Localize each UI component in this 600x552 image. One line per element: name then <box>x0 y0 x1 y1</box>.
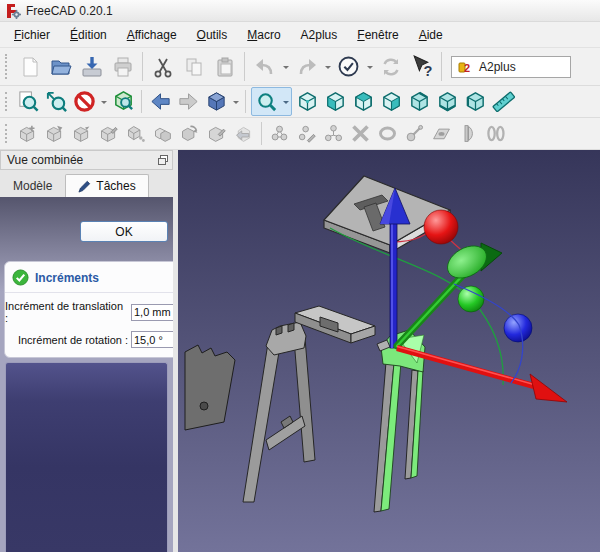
tab-modele[interactable]: Modèle <box>2 175 63 197</box>
toolbar-grip[interactable] <box>5 54 11 79</box>
toggle-transparency-button[interactable] <box>176 121 203 147</box>
toolbar-grip[interactable] <box>5 124 11 143</box>
isometric-cube-icon <box>205 90 228 113</box>
menu-fichier[interactable]: Fichier <box>4 24 60 46</box>
zoom-dropdown[interactable] <box>280 89 291 115</box>
toolbar-standard: ? 2 A2plus <box>0 48 600 86</box>
menu-macro[interactable]: Macro <box>237 24 290 46</box>
clipping-dropdown[interactable] <box>98 89 109 115</box>
workbench-selector[interactable]: 2 A2plus <box>451 56 571 78</box>
nav-forward-button[interactable] <box>174 89 202 115</box>
whats-this-button[interactable]: ? <box>406 52 437 82</box>
redo-dropdown[interactable] <box>322 54 333 80</box>
dragger-sphere-red <box>424 210 458 244</box>
undo-arrow-icon <box>253 55 277 79</box>
top-view-button[interactable] <box>349 89 377 115</box>
ok-button[interactable]: OK <box>80 221 168 242</box>
axes-parallel-constraint-button[interactable] <box>482 121 509 147</box>
constraint-tree-button[interactable] <box>320 121 347 147</box>
check-circle-icon <box>336 54 361 79</box>
workbench-selector-value: A2plus <box>479 60 516 74</box>
zoom-tool-group <box>251 87 292 116</box>
menu-outils[interactable]: Outils <box>187 24 238 46</box>
duplicate-part-button[interactable] <box>149 121 176 147</box>
increments-card: Incréments Incrément de translation : In… <box>4 261 173 358</box>
translation-increment-input[interactable] <box>131 304 173 321</box>
measure-button[interactable] <box>489 89 517 115</box>
import-part-button[interactable] <box>68 121 95 147</box>
task-panel-empty-area <box>5 362 168 552</box>
check-circle-button[interactable] <box>333 52 364 82</box>
copy-button[interactable] <box>178 52 209 82</box>
panel-title: Vue combinée <box>7 153 83 167</box>
rotation-increment-input[interactable] <box>131 331 173 348</box>
undo-dropdown[interactable] <box>280 54 291 80</box>
dragger-sphere-green <box>458 286 484 312</box>
fit-selection-icon <box>45 90 68 113</box>
translation-increment-label: Incrément de translation : <box>5 300 128 324</box>
forward-arrow-icon <box>177 90 200 113</box>
zoom-button[interactable] <box>252 89 280 115</box>
transparency-icon <box>179 123 200 144</box>
cut-button[interactable] <box>147 52 178 82</box>
edit-constraint-button[interactable] <box>293 121 320 147</box>
undo-button[interactable] <box>249 52 280 82</box>
solve-constraints-icon <box>269 123 290 144</box>
refresh-button[interactable] <box>375 52 406 82</box>
front-view-button[interactable] <box>321 89 349 115</box>
circular-edge-constraint-button[interactable] <box>374 121 401 147</box>
menu-aide[interactable]: Aide <box>409 24 453 46</box>
rear-view-button[interactable] <box>405 89 433 115</box>
left-view-button[interactable] <box>461 89 489 115</box>
move-part-button[interactable] <box>122 121 149 147</box>
move-part-icon <box>125 123 146 144</box>
right-view-icon <box>380 90 403 113</box>
edit-part-button[interactable] <box>95 121 122 147</box>
left-view-icon <box>464 90 487 113</box>
toolbar-grip[interactable] <box>5 92 11 111</box>
isometric-view-button[interactable] <box>202 89 230 115</box>
convert-part-button[interactable] <box>230 121 257 147</box>
fit-selection-button[interactable] <box>42 89 70 115</box>
print-button[interactable] <box>107 52 138 82</box>
tab-taches[interactable]: Tâches <box>65 174 148 197</box>
edit-placement-button[interactable] <box>203 121 230 147</box>
add-part-button[interactable] <box>14 121 41 147</box>
fit-all-icon <box>17 90 40 113</box>
3d-viewport[interactable] <box>178 150 600 552</box>
fit-all-button[interactable] <box>14 89 42 115</box>
plane-angle-constraint-button[interactable] <box>455 121 482 147</box>
delete-constraint-button[interactable] <box>347 121 374 147</box>
redo-arrow-icon <box>295 55 319 79</box>
dragger-sphere-blue <box>504 314 532 342</box>
menu-fenetre[interactable]: Fenêtre <box>347 24 408 46</box>
solve-constraints-button[interactable] <box>266 121 293 147</box>
open-file-button[interactable] <box>45 52 76 82</box>
clipping-plane-button[interactable] <box>70 89 98 115</box>
nav-back-button[interactable] <box>146 89 174 115</box>
right-view-button[interactable] <box>377 89 405 115</box>
no-clipping-icon <box>73 90 96 113</box>
ruler-icon <box>492 90 515 113</box>
update-imported-part-button[interactable] <box>41 121 68 147</box>
box-element-zoom-button[interactable] <box>109 89 137 115</box>
window-title: FreeCAD 0.20.1 <box>26 4 113 18</box>
combined-view-panel: Vue combinée Modèle Tâches OK Incréments <box>0 150 173 552</box>
save-button[interactable] <box>76 52 107 82</box>
box-zoom-icon <box>112 90 135 113</box>
menu-a2plus[interactable]: A2plus <box>291 24 348 46</box>
redo-button[interactable] <box>291 52 322 82</box>
back-arrow-icon <box>149 90 172 113</box>
isometric-dropdown[interactable] <box>230 89 241 115</box>
separator <box>244 52 245 81</box>
axis-coincident-constraint-button[interactable] <box>401 121 428 147</box>
paste-button[interactable] <box>209 52 240 82</box>
menu-affichage[interactable]: Affichage <box>117 24 187 46</box>
home-view-cube-button[interactable] <box>293 89 321 115</box>
float-panel-icon[interactable] <box>157 154 169 166</box>
menu-edition[interactable]: Édition <box>60 24 117 46</box>
check-circle-dropdown[interactable] <box>364 54 375 80</box>
bottom-view-button[interactable] <box>433 89 461 115</box>
plane-coincident-constraint-button[interactable] <box>428 121 455 147</box>
new-document-button[interactable] <box>14 52 45 82</box>
